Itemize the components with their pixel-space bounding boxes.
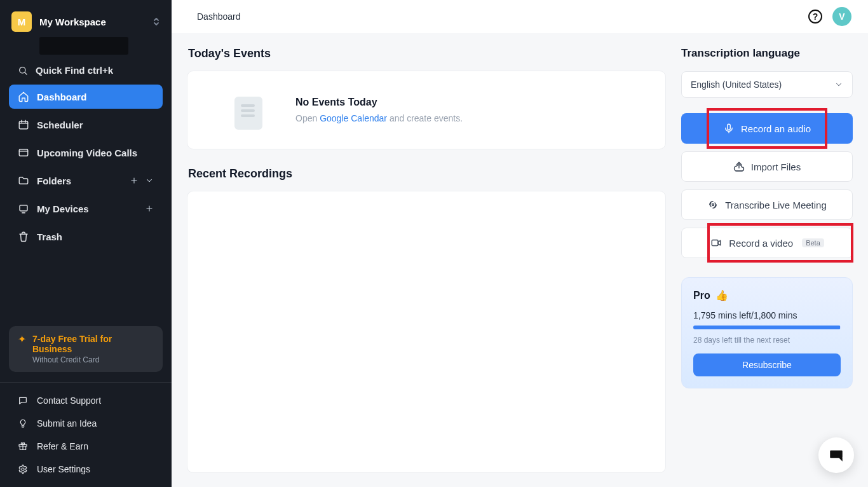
record-video-button[interactable]: Record a video Beta (681, 228, 853, 258)
help-button[interactable]: ? (808, 10, 822, 24)
svg-rect-6 (728, 124, 731, 130)
footer-item-refer[interactable]: Refer & Earn (9, 435, 163, 458)
action-label: Record an audio (741, 123, 811, 134)
footer-label: Submit an Idea (37, 418, 97, 429)
sidebar: M My Workspace Quick Find ctrl+k Dashboa… (0, 0, 172, 487)
camera-icon (710, 237, 722, 249)
events-headline: No Events Today (295, 97, 463, 108)
thumbs-up-icon: 👍 (715, 289, 728, 301)
footer-label: Contact Support (37, 395, 101, 406)
page-title: Dashboard (197, 11, 241, 22)
search-icon (18, 65, 28, 76)
mic-icon (723, 123, 735, 134)
svg-rect-2 (19, 149, 28, 156)
footer-label: User Settings (37, 464, 90, 474)
transcribe-live-button[interactable]: Transcribe Live Meeting (681, 189, 853, 220)
sidebar-item-scheduler[interactable]: Scheduler (9, 113, 163, 137)
trial-subtitle: Without Credit Card (32, 355, 154, 364)
svg-point-7 (712, 204, 714, 206)
topbar: Dashboard ? V (172, 0, 868, 33)
trial-title: 7-day Free Trial for Business (32, 334, 154, 354)
add-device-icon[interactable] (145, 204, 154, 213)
workspace-avatar: M (11, 11, 32, 32)
events-card: No Events Today Open Google Calendar and… (187, 71, 666, 149)
google-calendar-link[interactable]: Google Calendar (320, 113, 387, 123)
footer-item-settings[interactable]: User Settings (9, 458, 163, 481)
sidebar-label: Folders (37, 175, 130, 186)
lang-section-title: Transcription language (681, 47, 853, 60)
sidebar-label: Trash (37, 231, 154, 242)
action-label: Import Files (751, 161, 801, 172)
chevron-updown-icon (153, 17, 160, 27)
pro-title: Pro (693, 290, 710, 301)
folder-icon (18, 175, 29, 186)
events-illustration (222, 89, 273, 131)
workspace-email-redacted (39, 37, 128, 55)
chevron-down-icon[interactable] (145, 176, 154, 185)
action-label: Transcribe Live Meeting (725, 200, 827, 210)
minutes-progress (693, 326, 841, 329)
language-select[interactable]: English (United States) (681, 71, 853, 98)
events-section-title: Today's Events (188, 47, 666, 60)
trash-icon (18, 231, 29, 242)
workspace-name: My Workspace (39, 17, 106, 27)
footer-item-idea[interactable]: Submit an Idea (9, 412, 163, 435)
workspace-switcher[interactable]: M My Workspace (0, 0, 172, 36)
recordings-card (187, 191, 666, 473)
beta-badge: Beta (802, 238, 824, 247)
gear-icon (18, 464, 29, 474)
devices-icon (18, 203, 29, 214)
bulb-icon (18, 418, 29, 429)
home-icon (18, 91, 29, 102)
upload-icon (733, 161, 745, 172)
action-label: Record a video (729, 238, 793, 249)
svg-rect-3 (20, 205, 27, 211)
broadcast-icon (707, 199, 719, 210)
svg-rect-8 (712, 240, 718, 246)
trial-banner[interactable]: ✦ 7-day Free Trial for Business Without … (9, 326, 163, 372)
resubscribe-button[interactable]: Resubscribe (693, 353, 841, 376)
import-files-button[interactable]: Import Files (681, 151, 853, 182)
video-icon (18, 147, 29, 158)
record-audio-button[interactable]: Record an audio (681, 113, 853, 144)
pro-days: 28 days left till the next reset (693, 336, 841, 345)
user-avatar[interactable]: V (832, 7, 851, 26)
svg-point-5 (22, 468, 24, 470)
svg-rect-1 (19, 121, 28, 129)
chat-bubble-icon (828, 447, 844, 463)
pro-mins: 1,795 mins left/1,800 mins (693, 310, 841, 320)
sidebar-label: Upcoming Video Calls (37, 147, 154, 158)
chat-icon (18, 395, 29, 406)
gift-icon (18, 441, 29, 451)
add-folder-icon[interactable] (130, 176, 139, 185)
sidebar-label: Dashboard (37, 92, 154, 102)
divider (0, 382, 172, 383)
events-description: Open Google Calendar and create events. (295, 113, 463, 123)
recordings-section-title: Recent Recordings (188, 167, 666, 181)
sparkle-icon: ✦ (18, 334, 26, 345)
sidebar-item-devices[interactable]: My Devices (9, 196, 163, 221)
sidebar-item-trash[interactable]: Trash (9, 224, 163, 249)
quick-find-label: Quick Find ctrl+k (36, 65, 113, 76)
calendar-icon (18, 119, 29, 130)
language-selected: English (United States) (691, 79, 782, 90)
sidebar-item-folders[interactable]: Folders (9, 168, 163, 193)
sidebar-label: Scheduler (37, 120, 154, 130)
main: Dashboard ? V Today's Events No Events T… (172, 0, 868, 487)
pro-card: Pro 👍 1,795 mins left/1,800 mins 28 days… (681, 277, 853, 388)
sidebar-item-upcoming[interactable]: Upcoming Video Calls (9, 141, 163, 165)
quick-find[interactable]: Quick Find ctrl+k (0, 57, 172, 85)
chat-fab[interactable] (818, 437, 854, 473)
chevron-down-icon (834, 80, 843, 89)
footer-label: Refer & Earn (37, 441, 88, 451)
sidebar-item-dashboard[interactable]: Dashboard (9, 85, 163, 109)
footer-item-contact[interactable]: Contact Support (9, 389, 163, 412)
sidebar-label: My Devices (37, 203, 145, 214)
